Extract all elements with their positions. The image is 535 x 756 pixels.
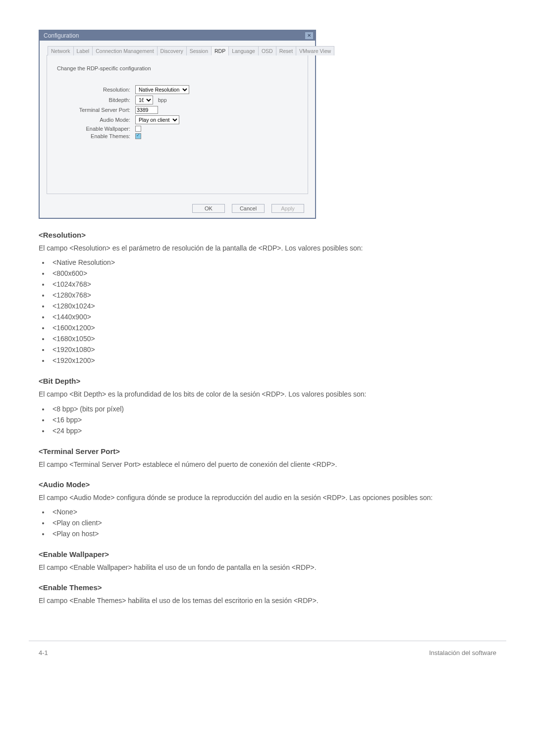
page-footer: 4-1 Instalación del software [29,641,506,671]
tabs: Network Label Connection Management Disc… [47,46,308,55]
list-item: <24 bpp> [50,425,496,436]
label-bitdepth: Bitdepth: [56,97,135,103]
text-themes: El campo <Enable Themes> habilita el uso… [39,596,496,605]
dialog-footer: OK Cancel Apply [40,199,315,218]
tab-intro: Change the RDP-specific configuration [57,65,299,71]
list-item: <16 bpp> [50,414,496,425]
heading-themes: <Enable Themes> [39,583,496,592]
tab-discovery[interactable]: Discovery [157,46,187,55]
tab-connection-management[interactable]: Connection Management [92,46,157,55]
footer-right: Instalación del software [429,649,496,656]
text-audio: El campo <Audio Mode> configura dónde se… [39,493,496,503]
wallpaper-checkbox[interactable] [135,126,141,132]
heading-bitdepth: <Bit Depth> [39,377,496,385]
label-wallpaper: Enable Wallpaper: [56,126,135,132]
row-bitdepth: Bitdepth: 16 bpp [56,96,299,104]
list-item: <1280x1024> [50,301,496,311]
audio-select[interactable]: Play on client [135,115,179,124]
list-item: <1920x1080> [50,344,496,355]
cancel-button[interactable]: Cancel [232,204,265,213]
themes-checkbox[interactable] [135,133,141,139]
heading-audio: <Audio Mode> [39,480,496,489]
row-themes: Enable Themes: [56,133,299,139]
list-item: <1600x1200> [50,322,496,333]
text-port: El campo <Terminal Server Port> establec… [39,459,496,469]
list-item: <1440x900> [50,311,496,322]
tab-vmware-view[interactable]: VMware View [296,46,334,55]
list-resolution: <Native Resolution> <800x600> <1024x768>… [39,257,496,366]
list-item: <Native Resolution> [50,257,496,268]
list-bitdepth: <8 bpp> (bits por píxel) <16 bpp> <24 bp… [39,403,496,436]
row-port: Terminal Server Port: [56,106,299,114]
label-themes: Enable Themes: [56,133,135,139]
port-input[interactable] [135,106,158,114]
dialog-body: Network Label Connection Management Disc… [40,41,315,199]
bitdepth-select[interactable]: 16 [135,96,153,104]
tab-rdp[interactable]: RDP [211,46,229,55]
list-audio: <None> <Play on client> <Play on host> [39,506,496,539]
row-resolution: Resolution: Native Resolution [56,85,299,94]
tab-session[interactable]: Session [186,46,212,55]
bitdepth-unit: bpp [158,97,167,103]
list-item: <8 bpp> (bits por píxel) [50,403,496,414]
resolution-select[interactable]: Native Resolution [135,85,189,94]
text-resolution: El campo <Resolution> es el parámetro de… [39,243,496,253]
list-item: <Play on client> [50,517,496,528]
label-port: Terminal Server Port: [56,107,135,113]
list-item: <Play on host> [50,528,496,539]
heading-resolution: <Resolution> [39,231,496,239]
tab-label[interactable]: Label [73,46,93,55]
heading-port: <Terminal Server Port> [39,447,496,455]
list-item: <1024x768> [50,279,496,290]
dialog-titlebar: Configuration ✕ [40,31,315,41]
close-icon[interactable]: ✕ [305,32,313,39]
list-item: <None> [50,506,496,517]
page: Configuration ✕ Network Label Connection… [0,0,535,606]
row-audio: Audio Mode: Play on client [56,115,299,124]
list-item: <1680x1050> [50,333,496,344]
tab-content-rdp: Change the RDP-specific configuration Re… [47,55,308,194]
tab-osd[interactable]: OSD [258,46,276,55]
dialog-title: Configuration [44,32,79,39]
footer-left: 4-1 [39,649,48,656]
apply-button[interactable]: Apply [271,204,304,213]
list-item: <1920x1200> [50,355,496,366]
list-item: <1280x768> [50,290,496,301]
label-audio: Audio Mode: [56,117,135,123]
label-resolution: Resolution: [56,87,135,93]
text-bitdepth: El campo <Bit Depth> es la profundidad d… [39,389,496,399]
list-item: <800x600> [50,268,496,279]
row-wallpaper: Enable Wallpaper: [56,126,299,132]
heading-wallpaper: <Enable Wallpaper> [39,550,496,558]
tab-language[interactable]: Language [228,46,259,55]
tab-network[interactable]: Network [48,46,74,55]
text-wallpaper: El campo <Enable Wallpaper> habilita el … [39,562,496,572]
configuration-dialog: Configuration ✕ Network Label Connection… [39,30,316,219]
tab-reset[interactable]: Reset [276,46,296,55]
ok-button[interactable]: OK [192,204,225,213]
